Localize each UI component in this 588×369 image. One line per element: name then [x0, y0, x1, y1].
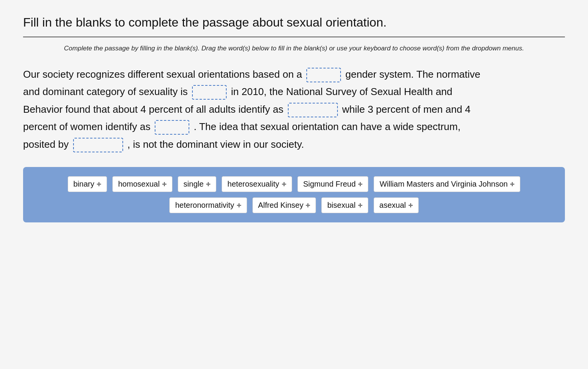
word-chip-binary[interactable]: binary ✛	[68, 176, 107, 192]
word-chip-asexual[interactable]: asexual ✛	[374, 197, 419, 213]
passage-text-10: , is not the dominant view in our societ…	[127, 139, 304, 150]
word-chip-william-masters-label: William Masters and Virginia Johnson	[379, 180, 508, 189]
passage-text-9: posited by	[23, 139, 69, 150]
drag-icon-bisexual: ✛	[358, 202, 362, 209]
blank-5[interactable]	[73, 138, 123, 152]
passage-text-3: and dominant category of sexuality is	[23, 86, 188, 97]
drag-icon-asexual: ✛	[408, 202, 413, 209]
word-chip-sigmund-freud-label: Sigmund Freud	[303, 180, 356, 189]
drag-icon-heterosexuality: ✛	[282, 181, 286, 187]
blank-3[interactable]	[288, 103, 338, 117]
page-title: Fill in the blanks to complete the passa…	[23, 15, 565, 30]
passage-text-4: in 2010, the National Survey of Sexual H…	[231, 86, 452, 97]
drag-icon-sigmund-freud: ✛	[358, 181, 362, 187]
word-chip-heterosexuality-label: heterosexuality	[227, 180, 279, 189]
word-chip-binary-label: binary	[74, 180, 94, 189]
word-chip-bisexual[interactable]: bisexual ✛	[321, 197, 368, 213]
drag-icon-heteronormativity: ✛	[237, 202, 241, 209]
drag-icon-homosexual: ✛	[162, 181, 167, 187]
word-chip-single[interactable]: single ✛	[178, 176, 216, 192]
word-bank: binary ✛ homosexual ✛ single ✛ heterosex…	[23, 167, 565, 222]
passage-text-8: . The idea that sexual orientation can h…	[194, 121, 460, 132]
blank-2[interactable]	[192, 85, 227, 100]
word-chip-single-label: single	[184, 180, 204, 189]
passage-text-5: Behavior found that about 4 percent of a…	[23, 104, 283, 115]
word-chip-alfred-kinsey[interactable]: Alfred Kinsey ✛	[252, 197, 316, 213]
word-chip-heteronormativity[interactable]: heteronormativity ✛	[169, 197, 247, 213]
word-chip-heterosexuality[interactable]: heterosexuality ✛	[222, 176, 292, 192]
passage-text-7: percent of women identify as	[23, 121, 150, 132]
word-chip-sigmund-freud[interactable]: Sigmund Freud ✛	[297, 176, 369, 192]
instructions: Complete the passage by filling in the b…	[23, 43, 565, 53]
word-chip-alfred-kinsey-label: Alfred Kinsey	[258, 201, 304, 210]
drag-icon-alfred-kinsey: ✛	[306, 202, 310, 209]
blank-4[interactable]	[155, 120, 189, 135]
drag-icon-binary: ✛	[97, 181, 101, 187]
passage: Our society recognizes different sexual …	[23, 66, 565, 154]
divider	[23, 37, 565, 37]
passage-text-6: while 3 percent of men and 4	[342, 104, 471, 115]
word-chip-bisexual-label: bisexual	[327, 201, 355, 210]
drag-icon-william-masters: ✛	[510, 181, 514, 187]
word-chip-homosexual[interactable]: homosexual ✛	[112, 176, 172, 192]
word-chip-asexual-label: asexual	[379, 201, 406, 210]
word-chip-homosexual-label: homosexual	[118, 180, 160, 189]
blank-1[interactable]	[306, 68, 341, 82]
passage-text-1: Our society recognizes different sexual …	[23, 68, 302, 80]
word-chip-william-masters[interactable]: William Masters and Virginia Johnson ✛	[374, 176, 520, 192]
word-chip-heteronormativity-label: heteronormativity	[175, 201, 234, 210]
drag-icon-single: ✛	[206, 181, 210, 187]
passage-text-2: gender system. The normative	[346, 68, 481, 80]
